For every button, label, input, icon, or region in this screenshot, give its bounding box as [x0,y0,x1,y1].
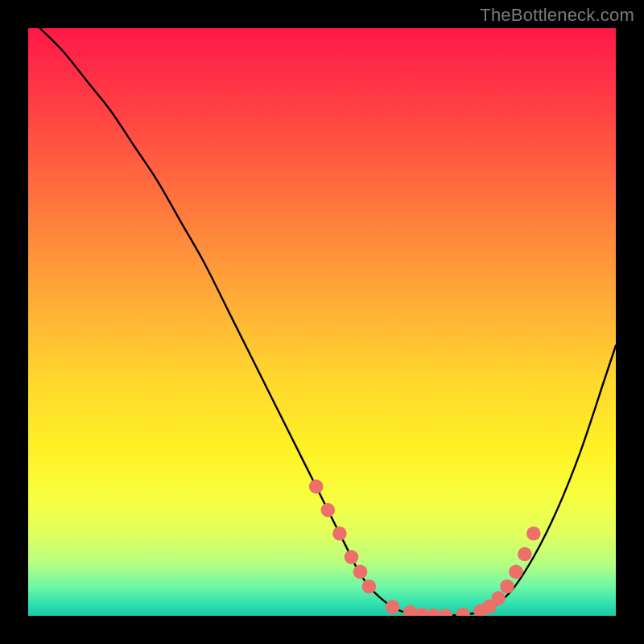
highlight-dot [386,600,400,614]
highlight-dot [321,503,336,518]
highlight-dot [500,580,514,594]
highlight-dot [518,547,532,562]
highlight-dot [309,480,324,494]
curve-layer [28,28,616,616]
highlight-dot [439,609,453,616]
chart-stage: TheBottleneck.com [0,0,644,644]
bottleneck-curve [40,28,616,616]
highlight-dot [526,526,541,541]
highlight-dot [491,591,506,605]
plot-area [28,28,616,616]
watermark-text: TheBottleneck.com [480,5,634,26]
highlight-dot [362,580,377,594]
highlight-dot [353,564,368,579]
highlight-dot [332,526,347,541]
highlight-dot [345,550,359,564]
highlight-dot [509,564,523,579]
highlight-dot [456,608,470,616]
